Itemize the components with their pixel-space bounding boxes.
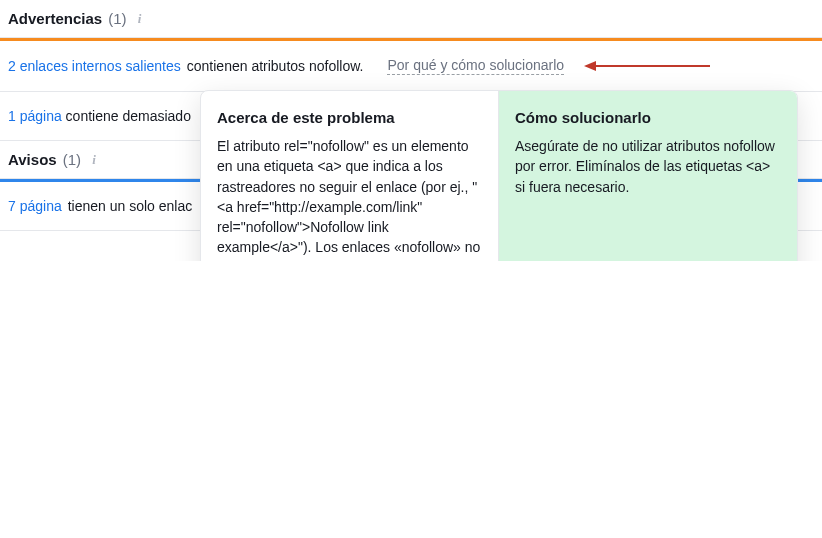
why-how-link[interactable]: Por qué y cómo solucionarlo: [387, 57, 564, 75]
about-body: El atributo rel="nofollow" es un element…: [217, 136, 482, 261]
issue-link[interactable]: 2 enlaces internos salientes: [8, 58, 181, 74]
issue-text: contienen atributos nofollow.: [187, 58, 364, 74]
notices-title: Avisos: [8, 151, 57, 168]
issue-link[interactable]: 1 página: [8, 108, 62, 124]
fix-body: Asegúrate de no utilizar atributos nofol…: [515, 136, 781, 197]
info-icon[interactable]: i: [133, 12, 147, 26]
warnings-title: Advertencias: [8, 10, 102, 27]
about-panel: Acerca de este problema El atributo rel=…: [201, 91, 499, 261]
info-icon[interactable]: i: [87, 153, 101, 167]
warnings-header: Advertencias (1) i: [0, 0, 822, 38]
svg-marker-1: [584, 61, 596, 71]
arrow-annotation-icon: [582, 59, 712, 73]
about-title: Acerca de este problema: [217, 109, 482, 126]
issue-text: tienen un solo enlac: [68, 198, 193, 214]
notices-count: (1): [63, 151, 81, 168]
fix-panel: Cómo solucionarlo Asegúrate de no utiliz…: [499, 91, 797, 261]
fix-title: Cómo solucionarlo: [515, 109, 781, 126]
issue-link[interactable]: 7 página: [8, 198, 62, 214]
warning-issue-row-1[interactable]: 2 enlaces internos salientes contienen a…: [0, 38, 822, 92]
issue-text: contiene demasiado: [62, 108, 191, 124]
issue-details-popover: Acerca de este problema El atributo rel=…: [200, 90, 798, 261]
warnings-count: (1): [108, 10, 126, 27]
